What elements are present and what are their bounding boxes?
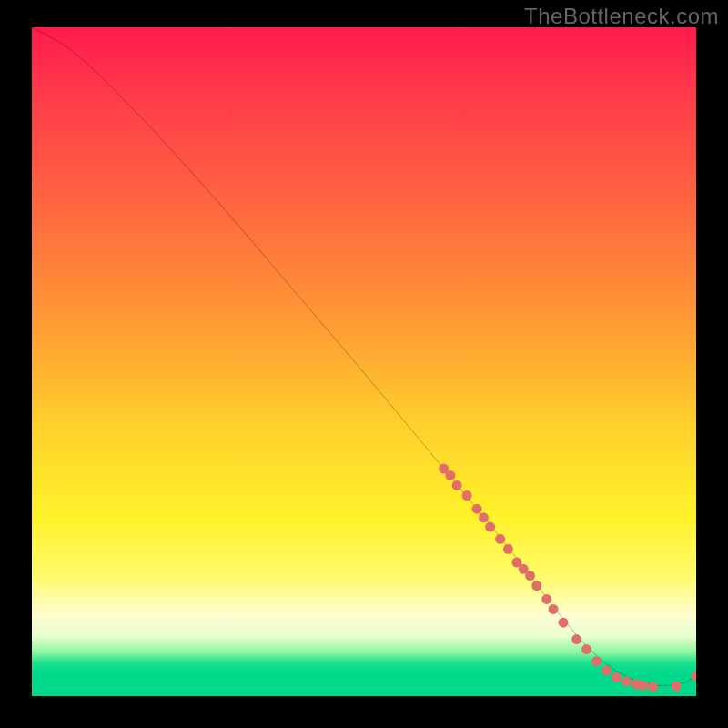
chart-line xyxy=(32,27,696,686)
chart-svg xyxy=(32,27,696,696)
data-point xyxy=(485,522,495,532)
data-point xyxy=(452,480,462,490)
data-point xyxy=(592,656,602,666)
chart-frame: TheBottleneck.com xyxy=(0,0,728,728)
data-point xyxy=(622,676,632,686)
data-point xyxy=(612,672,622,682)
data-point xyxy=(692,671,696,681)
data-point xyxy=(571,634,581,644)
watermark-text: TheBottleneck.com xyxy=(524,4,719,29)
data-point xyxy=(672,681,682,691)
data-point xyxy=(638,681,648,691)
data-point xyxy=(503,544,513,554)
data-point xyxy=(549,604,559,614)
data-point xyxy=(559,618,569,628)
data-point xyxy=(541,594,551,604)
data-point xyxy=(472,504,482,514)
data-point xyxy=(445,470,455,480)
plot-area xyxy=(32,27,696,696)
chart-points xyxy=(439,464,696,693)
data-point xyxy=(648,682,658,692)
data-point xyxy=(479,512,489,522)
data-point xyxy=(495,534,505,544)
data-point xyxy=(581,644,592,654)
data-point xyxy=(525,571,535,581)
data-point xyxy=(531,581,541,591)
data-point xyxy=(602,666,612,676)
data-point xyxy=(462,490,472,500)
